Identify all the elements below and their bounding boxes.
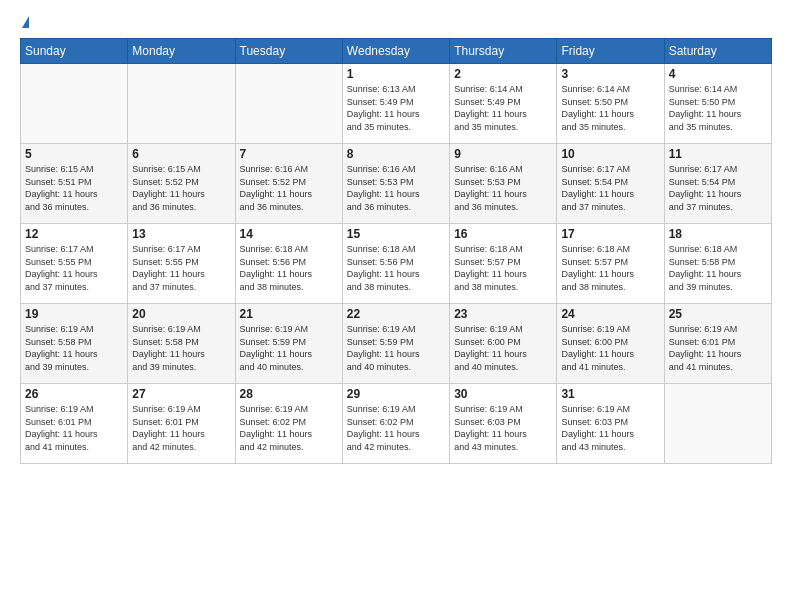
- week-row-4: 19Sunrise: 6:19 AM Sunset: 5:58 PM Dayli…: [21, 304, 772, 384]
- calendar-cell: 15Sunrise: 6:18 AM Sunset: 5:56 PM Dayli…: [342, 224, 449, 304]
- calendar-cell: 5Sunrise: 6:15 AM Sunset: 5:51 PM Daylig…: [21, 144, 128, 224]
- calendar-table: SundayMondayTuesdayWednesdayThursdayFrid…: [20, 38, 772, 464]
- day-info: Sunrise: 6:18 AM Sunset: 5:57 PM Dayligh…: [561, 243, 659, 293]
- day-number: 6: [132, 147, 230, 161]
- day-info: Sunrise: 6:15 AM Sunset: 5:51 PM Dayligh…: [25, 163, 123, 213]
- day-number: 13: [132, 227, 230, 241]
- day-info: Sunrise: 6:16 AM Sunset: 5:52 PM Dayligh…: [240, 163, 338, 213]
- calendar-cell: 10Sunrise: 6:17 AM Sunset: 5:54 PM Dayli…: [557, 144, 664, 224]
- day-info: Sunrise: 6:19 AM Sunset: 6:01 PM Dayligh…: [25, 403, 123, 453]
- day-number: 22: [347, 307, 445, 321]
- calendar-cell: [664, 384, 771, 464]
- weekday-header-saturday: Saturday: [664, 39, 771, 64]
- day-number: 20: [132, 307, 230, 321]
- day-info: Sunrise: 6:19 AM Sunset: 5:59 PM Dayligh…: [347, 323, 445, 373]
- day-info: Sunrise: 6:19 AM Sunset: 6:03 PM Dayligh…: [561, 403, 659, 453]
- calendar-cell: [128, 64, 235, 144]
- calendar-cell: 1Sunrise: 6:13 AM Sunset: 5:49 PM Daylig…: [342, 64, 449, 144]
- calendar-cell: 27Sunrise: 6:19 AM Sunset: 6:01 PM Dayli…: [128, 384, 235, 464]
- weekday-header-friday: Friday: [557, 39, 664, 64]
- calendar-cell: [21, 64, 128, 144]
- day-info: Sunrise: 6:14 AM Sunset: 5:49 PM Dayligh…: [454, 83, 552, 133]
- day-number: 26: [25, 387, 123, 401]
- day-number: 31: [561, 387, 659, 401]
- calendar-cell: 17Sunrise: 6:18 AM Sunset: 5:57 PM Dayli…: [557, 224, 664, 304]
- calendar-cell: 11Sunrise: 6:17 AM Sunset: 5:54 PM Dayli…: [664, 144, 771, 224]
- calendar-cell: 25Sunrise: 6:19 AM Sunset: 6:01 PM Dayli…: [664, 304, 771, 384]
- day-number: 27: [132, 387, 230, 401]
- calendar-cell: [235, 64, 342, 144]
- day-info: Sunrise: 6:18 AM Sunset: 5:58 PM Dayligh…: [669, 243, 767, 293]
- day-number: 5: [25, 147, 123, 161]
- weekday-header-monday: Monday: [128, 39, 235, 64]
- day-info: Sunrise: 6:18 AM Sunset: 5:56 PM Dayligh…: [347, 243, 445, 293]
- calendar-cell: 29Sunrise: 6:19 AM Sunset: 6:02 PM Dayli…: [342, 384, 449, 464]
- calendar-cell: 14Sunrise: 6:18 AM Sunset: 5:56 PM Dayli…: [235, 224, 342, 304]
- day-number: 25: [669, 307, 767, 321]
- calendar-cell: 19Sunrise: 6:19 AM Sunset: 5:58 PM Dayli…: [21, 304, 128, 384]
- calendar-cell: 2Sunrise: 6:14 AM Sunset: 5:49 PM Daylig…: [450, 64, 557, 144]
- day-info: Sunrise: 6:16 AM Sunset: 5:53 PM Dayligh…: [347, 163, 445, 213]
- day-info: Sunrise: 6:19 AM Sunset: 6:00 PM Dayligh…: [561, 323, 659, 373]
- day-info: Sunrise: 6:19 AM Sunset: 6:03 PM Dayligh…: [454, 403, 552, 453]
- day-number: 30: [454, 387, 552, 401]
- day-number: 12: [25, 227, 123, 241]
- day-info: Sunrise: 6:19 AM Sunset: 6:00 PM Dayligh…: [454, 323, 552, 373]
- week-row-2: 5Sunrise: 6:15 AM Sunset: 5:51 PM Daylig…: [21, 144, 772, 224]
- day-number: 9: [454, 147, 552, 161]
- day-info: Sunrise: 6:19 AM Sunset: 5:58 PM Dayligh…: [25, 323, 123, 373]
- week-row-1: 1Sunrise: 6:13 AM Sunset: 5:49 PM Daylig…: [21, 64, 772, 144]
- day-info: Sunrise: 6:19 AM Sunset: 6:01 PM Dayligh…: [669, 323, 767, 373]
- logo: [20, 16, 29, 28]
- weekday-header-tuesday: Tuesday: [235, 39, 342, 64]
- day-info: Sunrise: 6:19 AM Sunset: 6:02 PM Dayligh…: [347, 403, 445, 453]
- day-number: 29: [347, 387, 445, 401]
- calendar-cell: 28Sunrise: 6:19 AM Sunset: 6:02 PM Dayli…: [235, 384, 342, 464]
- day-info: Sunrise: 6:19 AM Sunset: 6:01 PM Dayligh…: [132, 403, 230, 453]
- logo-triangle-icon: [22, 16, 29, 28]
- calendar-cell: 16Sunrise: 6:18 AM Sunset: 5:57 PM Dayli…: [450, 224, 557, 304]
- weekday-header-wednesday: Wednesday: [342, 39, 449, 64]
- day-number: 11: [669, 147, 767, 161]
- calendar-cell: 20Sunrise: 6:19 AM Sunset: 5:58 PM Dayli…: [128, 304, 235, 384]
- day-info: Sunrise: 6:17 AM Sunset: 5:55 PM Dayligh…: [132, 243, 230, 293]
- week-row-5: 26Sunrise: 6:19 AM Sunset: 6:01 PM Dayli…: [21, 384, 772, 464]
- calendar-cell: 7Sunrise: 6:16 AM Sunset: 5:52 PM Daylig…: [235, 144, 342, 224]
- week-row-3: 12Sunrise: 6:17 AM Sunset: 5:55 PM Dayli…: [21, 224, 772, 304]
- day-number: 24: [561, 307, 659, 321]
- day-info: Sunrise: 6:17 AM Sunset: 5:55 PM Dayligh…: [25, 243, 123, 293]
- day-number: 19: [25, 307, 123, 321]
- day-info: Sunrise: 6:19 AM Sunset: 5:58 PM Dayligh…: [132, 323, 230, 373]
- calendar-cell: 26Sunrise: 6:19 AM Sunset: 6:01 PM Dayli…: [21, 384, 128, 464]
- day-number: 15: [347, 227, 445, 241]
- calendar-cell: 4Sunrise: 6:14 AM Sunset: 5:50 PM Daylig…: [664, 64, 771, 144]
- calendar-cell: 13Sunrise: 6:17 AM Sunset: 5:55 PM Dayli…: [128, 224, 235, 304]
- calendar-cell: 6Sunrise: 6:15 AM Sunset: 5:52 PM Daylig…: [128, 144, 235, 224]
- day-info: Sunrise: 6:19 AM Sunset: 6:02 PM Dayligh…: [240, 403, 338, 453]
- day-number: 21: [240, 307, 338, 321]
- day-number: 3: [561, 67, 659, 81]
- calendar-cell: 22Sunrise: 6:19 AM Sunset: 5:59 PM Dayli…: [342, 304, 449, 384]
- page: SundayMondayTuesdayWednesdayThursdayFrid…: [0, 0, 792, 474]
- calendar-cell: 21Sunrise: 6:19 AM Sunset: 5:59 PM Dayli…: [235, 304, 342, 384]
- day-info: Sunrise: 6:18 AM Sunset: 5:57 PM Dayligh…: [454, 243, 552, 293]
- day-info: Sunrise: 6:14 AM Sunset: 5:50 PM Dayligh…: [561, 83, 659, 133]
- calendar-cell: 24Sunrise: 6:19 AM Sunset: 6:00 PM Dayli…: [557, 304, 664, 384]
- calendar-cell: 9Sunrise: 6:16 AM Sunset: 5:53 PM Daylig…: [450, 144, 557, 224]
- day-number: 1: [347, 67, 445, 81]
- day-number: 14: [240, 227, 338, 241]
- day-info: Sunrise: 6:19 AM Sunset: 5:59 PM Dayligh…: [240, 323, 338, 373]
- day-number: 4: [669, 67, 767, 81]
- day-number: 17: [561, 227, 659, 241]
- day-number: 10: [561, 147, 659, 161]
- day-number: 28: [240, 387, 338, 401]
- day-info: Sunrise: 6:14 AM Sunset: 5:50 PM Dayligh…: [669, 83, 767, 133]
- calendar-cell: 30Sunrise: 6:19 AM Sunset: 6:03 PM Dayli…: [450, 384, 557, 464]
- day-number: 2: [454, 67, 552, 81]
- calendar-cell: 3Sunrise: 6:14 AM Sunset: 5:50 PM Daylig…: [557, 64, 664, 144]
- calendar-cell: 18Sunrise: 6:18 AM Sunset: 5:58 PM Dayli…: [664, 224, 771, 304]
- calendar-cell: 12Sunrise: 6:17 AM Sunset: 5:55 PM Dayli…: [21, 224, 128, 304]
- calendar-cell: 8Sunrise: 6:16 AM Sunset: 5:53 PM Daylig…: [342, 144, 449, 224]
- header: [20, 16, 772, 28]
- day-info: Sunrise: 6:17 AM Sunset: 5:54 PM Dayligh…: [669, 163, 767, 213]
